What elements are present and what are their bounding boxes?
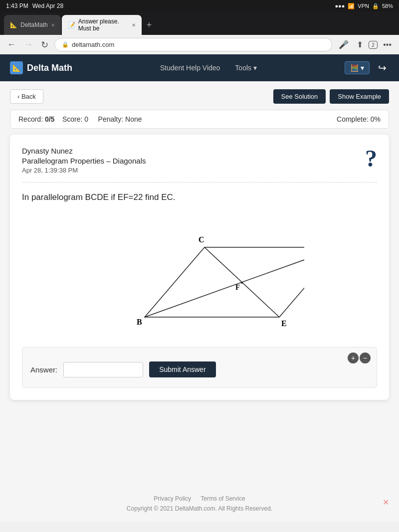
back-label: ‹ Back <box>17 93 36 100</box>
logo-icon: 📐 <box>10 61 23 74</box>
share-button[interactable]: ⬆ <box>354 39 366 50</box>
submit-answer-button[interactable]: Submit Answer <box>149 361 215 377</box>
calculator-button[interactable]: 🧮 ▾ <box>345 61 370 74</box>
zoom-out-button[interactable]: − <box>360 353 371 363</box>
top-controls: ‹ Back See Solution Show Example <box>10 89 389 104</box>
tools-label: Tools <box>235 64 251 72</box>
problem-header: Dynasty Nunez Parallelogram Properties –… <box>22 147 377 182</box>
url-text: deltamath.com <box>72 41 114 48</box>
tools-dropdown-icon: ▾ <box>253 64 257 72</box>
nav-bar: ← → ↻ 🔒 deltamath.com 🎤 ⬆ 2 ••• <box>0 35 399 54</box>
tab-answer-label: Answer please. Must be <box>78 18 129 32</box>
tab-deltamath-icon: 📐 <box>10 21 17 28</box>
calc-icon: 🧮 <box>350 64 359 72</box>
see-solution-label: See Solution <box>281 93 318 100</box>
tab-bar: 📐 DeltaMath ✕ 📝 Answer please. Must be ✕… <box>0 12 399 35</box>
record-value: 0/5 <box>45 115 54 123</box>
nav-actions: 🎤 ⬆ 2 ••• <box>336 39 394 50</box>
battery-icon: 🔒 <box>372 3 379 9</box>
student-help-video-link[interactable]: Student Help Video <box>160 64 220 72</box>
show-example-label: Show Example <box>338 93 381 100</box>
footer-links: Privacy Policy Terms of Service <box>10 495 389 502</box>
wifi-icon: 📶 <box>348 3 355 9</box>
show-example-button[interactable]: Show Example <box>330 89 389 104</box>
header-actions: 🧮 ▾ ↪ <box>345 61 389 75</box>
parallelogram-shape <box>145 247 304 317</box>
status-bar: 1:43 PM Wed Apr 28 ●●● 📶 VPN 🔒 58% <box>0 0 399 12</box>
logo-text: Delta Math <box>27 63 72 73</box>
diagram-container: B C D E F <box>22 212 377 337</box>
zoom-controls: + − <box>348 353 371 363</box>
status-date: Wed Apr 28 <box>32 2 63 9</box>
app-header: 📐 Delta Math Student Help Video Tools ▾ … <box>0 54 399 81</box>
record-label: Record: <box>18 115 43 123</box>
label-F: F <box>235 283 240 291</box>
penalty-label: Penalty: <box>98 115 124 123</box>
complete-info: Complete: 0% <box>337 115 381 123</box>
signal-icon: ●●● <box>335 3 345 9</box>
new-tab-button[interactable]: + <box>143 18 156 32</box>
label-E: E <box>281 319 287 328</box>
battery-level: 58% <box>382 3 393 9</box>
tab-deltamath-close[interactable]: ✕ <box>51 22 55 28</box>
app-logo: 📐 Delta Math <box>10 61 72 74</box>
tab-answer-close[interactable]: ✕ <box>132 22 136 28</box>
back-button[interactable]: ‹ Back <box>10 89 43 104</box>
vpn-badge: VPN <box>358 3 369 9</box>
help-icon[interactable]: ? <box>365 147 377 171</box>
logout-button[interactable]: ↪ <box>376 61 389 75</box>
answer-input[interactable] <box>63 362 143 377</box>
score-label: Score: <box>62 115 82 123</box>
tools-menu[interactable]: Tools ▾ <box>235 64 257 72</box>
label-C: C <box>199 235 204 244</box>
footer-close-button[interactable]: ✕ <box>383 498 389 507</box>
complete-value: 0% <box>371 115 381 123</box>
zoom-in-button[interactable]: + <box>348 353 359 363</box>
student-name: Dynasty Nunez <box>22 147 377 155</box>
browser-chrome: 📐 DeltaMath ✕ 📝 Answer please. Must be ✕… <box>0 12 399 54</box>
header-center: Student Help Video Tools ▾ <box>72 64 345 72</box>
point-F <box>241 282 243 284</box>
label-B: B <box>137 318 142 326</box>
address-bar[interactable]: 🔒 deltamath.com <box>54 38 332 51</box>
terms-of-service-link[interactable]: Terms of Service <box>200 495 245 502</box>
problem-question: In parallelogram BCDE if EF=22 find EC. <box>22 192 377 202</box>
penalty-value: None <box>125 115 142 123</box>
menu-button[interactable]: ••• <box>381 39 394 50</box>
back-nav-button[interactable]: ← <box>5 38 18 51</box>
reload-button[interactable]: ↻ <box>39 38 50 51</box>
answer-label: Answer: <box>30 365 57 374</box>
record-info: Record: 0/5 Score: 0 Penalty: None <box>18 115 142 123</box>
tab-deltamath-label: DeltaMath <box>20 21 48 28</box>
privacy-policy-link[interactable]: Privacy Policy <box>154 495 191 502</box>
mic-button[interactable]: 🎤 <box>336 39 351 50</box>
diagonal-bd <box>145 247 304 317</box>
parallelogram-diagram: B C D E F <box>95 212 304 337</box>
answer-row: Answer: Submit Answer <box>30 361 369 377</box>
tab-answer-icon: 📝 <box>68 21 75 28</box>
logout-icon: ↪ <box>378 62 387 73</box>
action-buttons: See Solution Show Example <box>273 89 389 104</box>
see-solution-button[interactable]: See Solution <box>273 89 326 104</box>
answer-area: + − Answer: Submit Answer <box>22 347 377 388</box>
tab-deltamath[interactable]: 📐 DeltaMath ✕ <box>4 15 61 35</box>
score-value: 0 <box>84 115 88 123</box>
tab-answer[interactable]: 📝 Answer please. Must be ✕ <box>62 15 142 35</box>
problem-card: Dynasty Nunez Parallelogram Properties –… <box>10 135 389 400</box>
main-content: ‹ Back See Solution Show Example Record:… <box>0 81 399 480</box>
record-bar: Record: 0/5 Score: 0 Penalty: None Compl… <box>10 110 389 129</box>
forward-nav-button[interactable]: → <box>22 38 35 51</box>
lock-icon: 🔒 <box>62 41 69 48</box>
submit-label: Submit Answer <box>159 365 205 373</box>
tab-count-badge[interactable]: 2 <box>369 41 378 49</box>
status-time: 1:43 PM <box>6 2 28 9</box>
student-help-video-label: Student Help Video <box>160 64 220 72</box>
problem-date: Apr 28, 1:39:38 PM <box>22 167 377 174</box>
problem-type: Parallelogram Properties – Diagonals <box>22 157 377 165</box>
complete-label: Complete: <box>337 115 369 123</box>
calc-dropdown-icon: ▾ <box>361 64 364 72</box>
copyright-text: Copyright © 2021 DeltaMath.com. All Righ… <box>10 505 389 512</box>
footer: Privacy Policy Terms of Service Copyrigh… <box>0 480 399 522</box>
